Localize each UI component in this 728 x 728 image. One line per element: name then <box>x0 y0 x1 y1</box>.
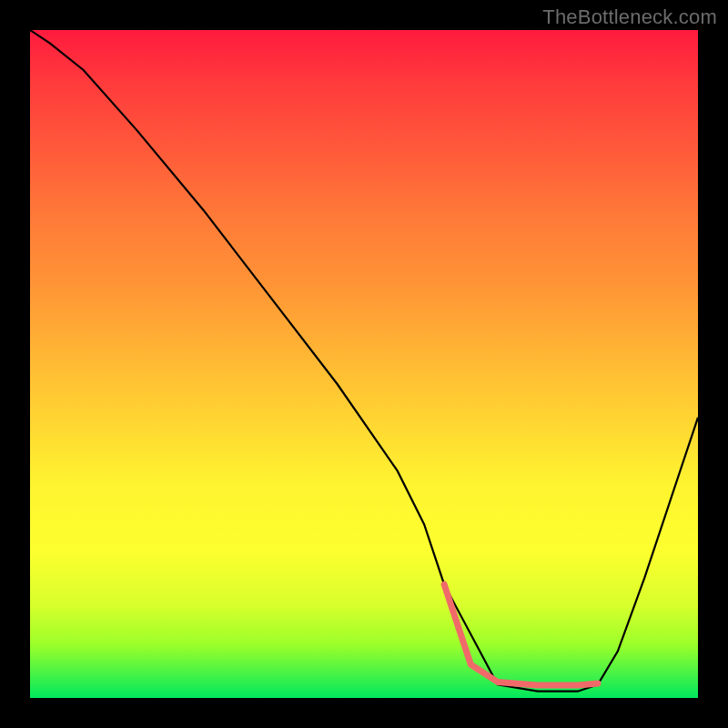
chart-svg <box>30 30 698 698</box>
chart-container: TheBottleneck.com <box>0 0 728 728</box>
watermark-text: TheBottleneck.com <box>542 5 717 29</box>
valley-highlight <box>444 584 598 685</box>
main-curve <box>30 30 698 692</box>
